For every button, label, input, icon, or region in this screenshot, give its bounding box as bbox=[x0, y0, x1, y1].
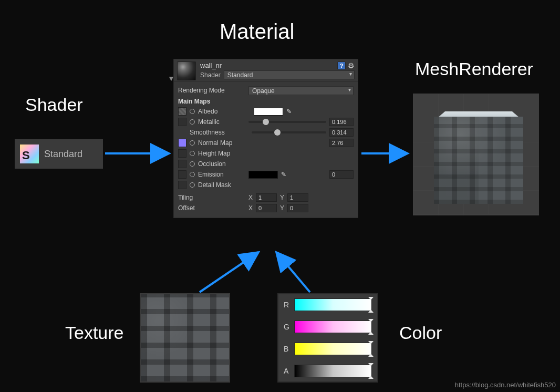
offset-x[interactable]: 0 bbox=[256, 204, 277, 212]
smoothness-value[interactable]: 0.314 bbox=[329, 128, 354, 137]
svg-line-2 bbox=[200, 252, 258, 292]
channel-r-ramp[interactable] bbox=[294, 298, 372, 311]
emission-texture-slot[interactable] bbox=[178, 170, 186, 179]
emission-radio-icon bbox=[190, 172, 195, 177]
smoothness-label: Smoothness bbox=[190, 129, 248, 136]
albedo-label: Albedo bbox=[198, 108, 251, 115]
occlusion-label: Occlusion bbox=[198, 160, 265, 168]
eyedropper-icon[interactable]: ✎ bbox=[286, 108, 292, 115]
offset-y[interactable]: 0 bbox=[287, 204, 308, 212]
help-icon[interactable]: ? bbox=[337, 61, 346, 70]
normal-radio-icon bbox=[190, 140, 195, 146]
label-material: Material bbox=[220, 20, 294, 44]
metallic-texture-slot[interactable] bbox=[178, 118, 186, 126]
label-shader: Shader bbox=[25, 95, 83, 115]
texture-asset-preview[interactable] bbox=[140, 293, 230, 383]
metallic-radio-icon bbox=[190, 119, 195, 125]
cube-mesh bbox=[434, 103, 523, 208]
channel-g-label: G bbox=[284, 323, 291, 331]
offset-label: Offset bbox=[178, 204, 245, 212]
albedo-color-field[interactable] bbox=[254, 108, 283, 116]
svg-line-3 bbox=[276, 252, 310, 292]
label-texture: Texture bbox=[65, 323, 124, 343]
material-name: wall_nr bbox=[200, 61, 355, 69]
axis-y-label: Y bbox=[280, 194, 284, 201]
material-preview-sphere bbox=[177, 61, 196, 80]
axis-x-label: X bbox=[248, 194, 253, 201]
tiling-x[interactable]: 1 bbox=[256, 193, 277, 202]
occlusion-texture-slot[interactable] bbox=[178, 160, 186, 168]
meshrenderer-preview bbox=[413, 94, 539, 215]
shader-asset-name: Standard bbox=[44, 149, 82, 160]
channel-g-ramp[interactable] bbox=[294, 321, 372, 333]
emission-color-field[interactable] bbox=[248, 171, 278, 179]
label-meshrenderer: MeshRenderer bbox=[415, 59, 533, 79]
height-map-texture-slot[interactable] bbox=[178, 149, 186, 158]
metallic-value[interactable]: 0.196 bbox=[329, 118, 354, 126]
material-inspector: ▼ wall_nr Shader Standard ? ⚙ Rendering … bbox=[173, 59, 358, 218]
emission-label: Emission bbox=[198, 171, 245, 178]
height-map-label: Height Map bbox=[198, 150, 265, 157]
metallic-slider[interactable] bbox=[248, 121, 326, 123]
channel-b-label: B bbox=[284, 345, 291, 353]
rendering-mode-label: Rendering Mode bbox=[178, 87, 245, 94]
emission-value[interactable]: 0 bbox=[329, 170, 354, 179]
shader-asset-chip[interactable]: S Standard bbox=[15, 139, 103, 169]
axis-y-label: Y bbox=[280, 204, 284, 212]
shader-field-label: Shader bbox=[200, 71, 221, 79]
shader-file-icon: S bbox=[20, 145, 39, 163]
detail-mask-label: Detail Mask bbox=[198, 181, 265, 189]
rendering-mode-dropdown[interactable]: Opaque bbox=[248, 86, 354, 95]
metallic-label: Metallic bbox=[198, 118, 245, 126]
color-picker-preview[interactable]: R G B A bbox=[277, 293, 378, 383]
detail-radio-icon bbox=[190, 182, 195, 188]
height-radio-icon bbox=[190, 151, 195, 156]
albedo-radio-icon bbox=[190, 109, 195, 114]
channel-a-label: A bbox=[284, 367, 291, 375]
smoothness-slider[interactable] bbox=[252, 131, 326, 133]
detail-mask-texture-slot[interactable] bbox=[178, 181, 186, 189]
eyedropper-icon[interactable]: ✎ bbox=[281, 171, 286, 178]
albedo-texture-slot[interactable] bbox=[178, 107, 186, 116]
channel-a-ramp[interactable] bbox=[294, 365, 372, 377]
normal-map-texture-slot[interactable] bbox=[178, 139, 186, 147]
normal-map-value[interactable]: 2.76 bbox=[329, 139, 354, 147]
foldout-icon[interactable]: ▼ bbox=[168, 74, 175, 82]
normal-map-label: Normal Map bbox=[198, 139, 251, 147]
source-watermark: https://blog.csdn.net/whitefish520 bbox=[455, 381, 556, 389]
tiling-label: Tiling bbox=[178, 194, 245, 201]
label-color: Color bbox=[399, 323, 442, 343]
channel-r-label: R bbox=[284, 301, 291, 309]
gear-icon[interactable]: ⚙ bbox=[348, 61, 355, 70]
main-maps-section: Main Maps bbox=[178, 98, 354, 105]
shader-dropdown[interactable]: Standard bbox=[224, 70, 355, 79]
channel-b-ramp[interactable] bbox=[294, 343, 372, 355]
tiling-y[interactable]: 1 bbox=[287, 193, 308, 202]
axis-x-label: X bbox=[248, 204, 253, 212]
occlusion-radio-icon bbox=[190, 161, 195, 167]
